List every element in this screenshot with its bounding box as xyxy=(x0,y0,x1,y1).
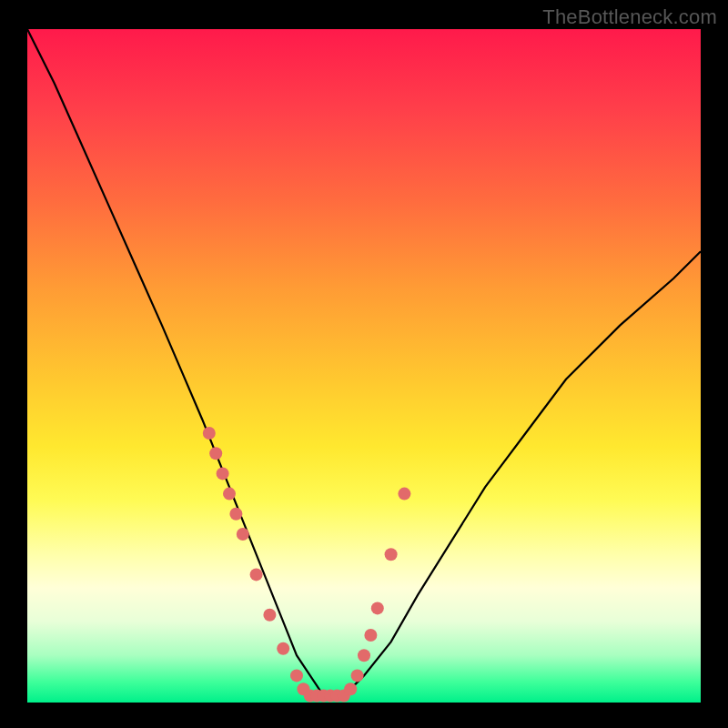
sample-point xyxy=(223,488,236,500)
sample-point xyxy=(398,488,410,500)
chart-svg xyxy=(27,29,701,703)
sample-point xyxy=(351,669,364,682)
sample-points xyxy=(203,427,411,703)
sample-point xyxy=(385,548,398,561)
sample-point xyxy=(250,568,263,581)
watermark-text: TheBottleneck.com xyxy=(542,5,717,29)
sample-point xyxy=(263,609,276,622)
sample-point xyxy=(290,669,303,682)
sample-point xyxy=(364,629,377,642)
sample-point xyxy=(209,447,222,460)
sample-point xyxy=(229,508,242,521)
sample-point xyxy=(203,427,216,440)
sample-point xyxy=(217,467,229,480)
sample-point xyxy=(358,649,370,662)
sample-point xyxy=(371,602,384,614)
sample-point xyxy=(277,642,289,655)
sample-point xyxy=(344,682,357,695)
chart-plot-area xyxy=(27,29,701,703)
sample-point xyxy=(237,528,249,541)
bottleneck-curve xyxy=(27,29,701,696)
